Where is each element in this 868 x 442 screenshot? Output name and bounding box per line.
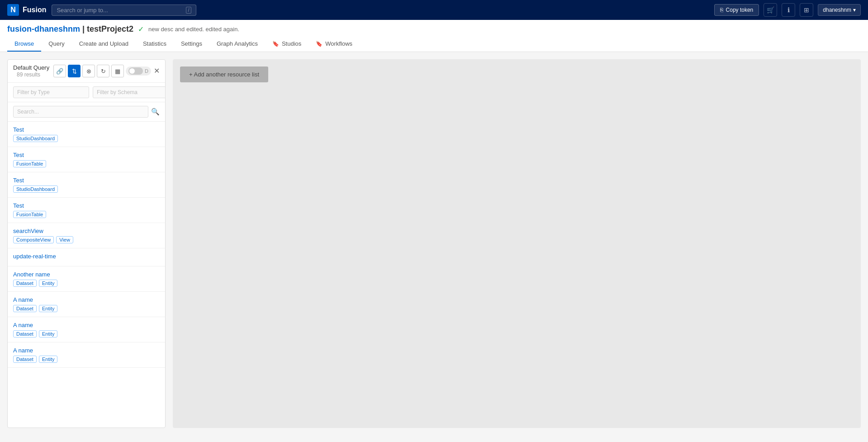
- result-item[interactable]: TestStudioDashboard: [8, 172, 165, 198]
- result-item-name: Test: [13, 152, 160, 158]
- results-list: TestStudioDashboardTestFusionTableTestSt…: [8, 122, 165, 428]
- toggle-switch[interactable]: D: [126, 67, 151, 76]
- tab-settings[interactable]: Settings: [174, 37, 209, 52]
- logo-icon: N: [7, 4, 19, 16]
- result-tag: StudioDashboard: [13, 135, 58, 142]
- result-tag: Entity: [39, 330, 58, 337]
- result-tag: FusionTable: [13, 160, 46, 167]
- result-item-name: update-real-time: [13, 253, 160, 260]
- result-item-name: Test: [13, 177, 160, 184]
- toggle-label: D: [145, 68, 148, 74]
- app-logo: N Fusion: [7, 4, 46, 16]
- project-header: fusion-dhaneshnm | testProject2 ✓ new de…: [0, 20, 868, 52]
- result-item-name: searchView: [13, 228, 160, 234]
- filter-by-schema-input[interactable]: [93, 86, 166, 98]
- workflows-tab-icon: 🔖: [316, 41, 323, 47]
- main-content: Default Query 89 results 🔗 ⇅ ⊗ ↻ ▦ D: [0, 52, 868, 435]
- result-tag: Dataset: [13, 356, 37, 363]
- user-menu-button[interactable]: dhaneshnm ▾: [818, 4, 861, 16]
- result-item-tags: CompositeViewView: [13, 236, 160, 243]
- results-count: 89 results: [17, 71, 40, 78]
- result-tag: CompositeView: [13, 236, 54, 243]
- org-name: fusion-dhaneshnm: [7, 24, 80, 33]
- query-panel: Default Query 89 results 🔗 ⇅ ⊗ ↻ ▦ D: [7, 59, 166, 428]
- query-panel-title-area: Default Query 89 results: [13, 64, 53, 78]
- result-item-name: A name: [13, 296, 160, 303]
- result-item[interactable]: Another nameDatasetEntity: [8, 266, 165, 292]
- project-name: testProject2: [87, 24, 133, 33]
- main-tabs: Browse Query Create and Upload Statistic…: [7, 37, 861, 52]
- global-search-bar[interactable]: /: [52, 5, 196, 16]
- studios-tab-icon: 🔖: [272, 41, 279, 47]
- add-resource-label: + Add another resource list: [189, 71, 259, 78]
- project-description: new desc and edited. edited again.: [148, 26, 239, 33]
- result-tag: Dataset: [13, 305, 37, 312]
- result-item[interactable]: A nameDatasetEntity: [8, 317, 165, 342]
- cart-button[interactable]: 🛒: [764, 3, 777, 17]
- tab-create-upload-label: Create and Upload: [79, 40, 128, 47]
- tab-studios-label: Studios: [282, 40, 301, 47]
- tab-create-upload[interactable]: Create and Upload: [72, 37, 136, 52]
- tab-query[interactable]: Query: [41, 37, 71, 52]
- resource-panel: + Add another resource list: [173, 59, 861, 428]
- top-navigation: N Fusion / ⎘ Copy token 🛒 ℹ ⊞ dhaneshnm …: [0, 0, 868, 20]
- result-item[interactable]: A nameDatasetEntity: [8, 292, 165, 317]
- result-tag: Dataset: [13, 280, 37, 287]
- copy-token-button[interactable]: ⎘ Copy token: [714, 4, 759, 16]
- tab-settings-label: Settings: [181, 40, 202, 47]
- result-item[interactable]: TestStudioDashboard: [8, 122, 165, 147]
- result-item-name: Another name: [13, 271, 160, 278]
- panel-header-actions: 🔗 ⇅ ⊗ ↻ ▦ D ✕: [53, 65, 160, 77]
- result-tag: Entity: [39, 305, 58, 312]
- results-search-button[interactable]: 🔍: [151, 108, 160, 116]
- result-item[interactable]: update-real-time: [8, 248, 165, 266]
- result-tag: FusionTable: [13, 211, 46, 218]
- link-icon-btn[interactable]: 🔗: [53, 65, 66, 77]
- result-item-tags: FusionTable: [13, 211, 160, 218]
- tab-browse-label: Browse: [14, 40, 34, 47]
- result-item-tags: StudioDashboard: [13, 185, 160, 193]
- filter-by-type-input[interactable]: [13, 86, 89, 98]
- grid-button[interactable]: ⊞: [800, 3, 813, 17]
- copy-token-label: Copy token: [726, 7, 754, 13]
- result-item-tags: DatasetEntity: [13, 305, 160, 312]
- tab-statistics[interactable]: Statistics: [136, 37, 174, 52]
- result-item[interactable]: TestFusionTable: [8, 198, 165, 223]
- filters-row: [8, 83, 165, 102]
- result-tag: Dataset: [13, 330, 37, 337]
- tab-workflows[interactable]: 🔖 Workflows: [308, 37, 360, 52]
- result-tag: StudioDashboard: [13, 185, 58, 193]
- sort-icon-btn[interactable]: ⇅: [68, 65, 81, 77]
- global-search-input[interactable]: [57, 7, 182, 14]
- result-item-tags: DatasetEntity: [13, 330, 160, 337]
- query-panel-title: Default Query: [13, 64, 49, 71]
- tab-browse[interactable]: Browse: [7, 37, 41, 52]
- results-search-input[interactable]: [13, 106, 148, 118]
- panel-close-button[interactable]: ✕: [154, 67, 160, 75]
- cancel-icon-btn[interactable]: ⊗: [82, 65, 95, 77]
- tab-workflows-label: Workflows: [325, 40, 352, 47]
- project-full-title: fusion-dhaneshnm | testProject2: [7, 24, 133, 34]
- refresh-icon-btn[interactable]: ↻: [97, 65, 109, 77]
- tab-statistics-label: Statistics: [143, 40, 166, 47]
- result-item[interactable]: A nameDatasetEntity: [8, 342, 165, 368]
- result-tag: View: [56, 236, 73, 243]
- tab-studios[interactable]: 🔖 Studios: [265, 37, 308, 52]
- grid-icon-btn[interactable]: ▦: [111, 65, 124, 77]
- project-status-icon: ✓: [138, 25, 144, 33]
- toggle-thumb: [129, 68, 135, 74]
- query-panel-header: Default Query 89 results 🔗 ⇅ ⊗ ↻ ▦ D: [8, 60, 165, 83]
- add-resource-button[interactable]: + Add another resource list: [180, 67, 268, 82]
- result-item[interactable]: searchViewCompositeViewView: [8, 223, 165, 248]
- info-button[interactable]: ℹ: [782, 3, 795, 17]
- toggle-track[interactable]: [128, 67, 143, 75]
- result-item-tags: DatasetEntity: [13, 280, 160, 287]
- app-name: Fusion: [23, 6, 46, 14]
- tab-graph-analytics[interactable]: Graph Analytics: [209, 37, 265, 52]
- result-item-tags: FusionTable: [13, 160, 160, 167]
- user-dropdown-icon: ▾: [853, 7, 856, 13]
- result-item-name: Test: [13, 126, 160, 133]
- tab-query-label: Query: [48, 40, 64, 47]
- result-item[interactable]: TestFusionTable: [8, 147, 165, 172]
- project-title-row: fusion-dhaneshnm | testProject2 ✓ new de…: [7, 24, 861, 34]
